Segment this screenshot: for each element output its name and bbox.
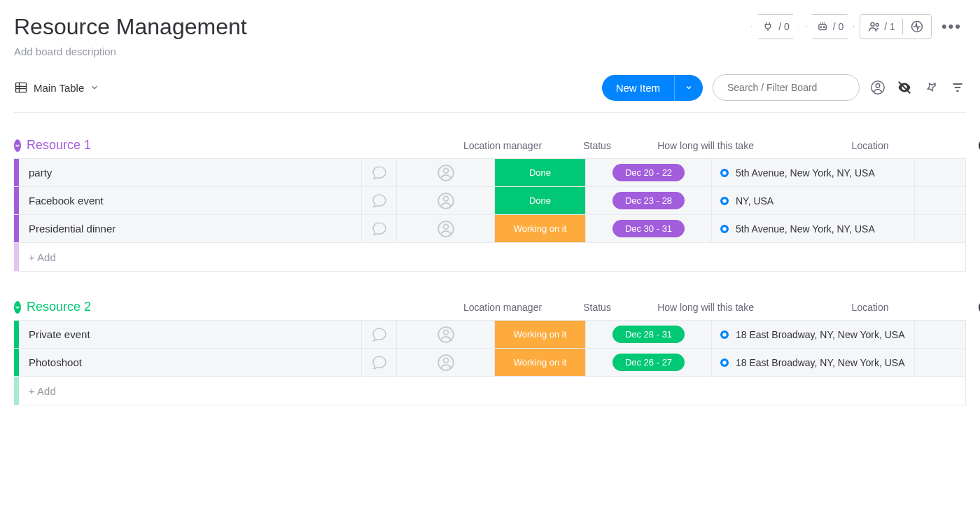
person-icon xyxy=(437,354,455,372)
column-header-timeline[interactable]: How long will this take xyxy=(643,140,769,151)
board-title[interactable]: Resource Management xyxy=(14,14,751,40)
new-item-button[interactable]: New Item xyxy=(602,75,703,101)
location-cell[interactable]: 18 East Broadway, NY, New York, USA xyxy=(712,349,915,376)
location-text: 18 East Broadway, NY, New York, USA xyxy=(736,357,905,368)
timeline-cell[interactable]: Dec 28 - 31 xyxy=(586,321,712,348)
column-header-location[interactable]: Location xyxy=(769,302,972,313)
column-header-status[interactable]: Status xyxy=(552,302,643,313)
group-collapse-toggle[interactable] xyxy=(14,301,21,314)
location-cell[interactable]: 5th Avenue, New York, NY, USA xyxy=(712,215,915,242)
location-text: 5th Avenue, New York, NY, USA xyxy=(736,223,875,235)
location-manager-cell[interactable] xyxy=(397,321,495,348)
row-color-bar xyxy=(14,321,19,348)
column-header-status[interactable]: Status xyxy=(552,140,643,151)
row-color-bar xyxy=(14,215,19,242)
members-count: / 1 xyxy=(884,21,895,32)
more-menu-button[interactable]: ••• xyxy=(937,18,966,36)
person-filter-button[interactable] xyxy=(869,79,886,96)
badge-count: / 0 xyxy=(833,21,844,32)
pin-button[interactable] xyxy=(923,79,939,96)
status-cell[interactable]: Working on it xyxy=(495,321,586,348)
badge-count: / 0 xyxy=(778,21,790,32)
location-text: 18 East Broadway, NY, New York, USA xyxy=(736,329,905,340)
integrations-badge[interactable]: / 0 xyxy=(751,14,800,39)
svg-point-8 xyxy=(876,84,880,88)
location-manager-cell[interactable] xyxy=(397,349,495,376)
timeline-cell[interactable]: Dec 20 - 22 xyxy=(586,159,712,186)
group-title[interactable]: Resource 2 xyxy=(27,300,91,314)
timeline-cell[interactable]: Dec 30 - 31 xyxy=(586,215,712,242)
conversation-button[interactable] xyxy=(362,159,397,186)
table-row[interactable]: Presidential dinner Working on it Dec 30… xyxy=(14,215,965,243)
column-header-timeline[interactable]: How long will this take xyxy=(643,302,769,313)
group-collapse-toggle[interactable] xyxy=(14,139,21,152)
svg-point-3 xyxy=(871,22,874,26)
timeline-cell[interactable]: Dec 23 - 28 xyxy=(586,187,712,214)
board-description[interactable]: Add board description xyxy=(14,46,751,57)
column-header-manager[interactable]: Location manager xyxy=(454,302,552,313)
filter-button[interactable] xyxy=(949,79,966,96)
location-manager-cell[interactable] xyxy=(397,215,495,242)
search-input[interactable] xyxy=(713,74,860,101)
row-end-spacer xyxy=(915,215,943,242)
svg-point-1 xyxy=(820,27,822,28)
group-title[interactable]: Resource 1 xyxy=(27,138,91,153)
person-icon xyxy=(437,220,455,238)
new-item-dropdown[interactable] xyxy=(674,75,703,101)
location-pin-icon xyxy=(719,223,730,235)
location-cell[interactable]: 18 East Broadway, NY, New York, USA xyxy=(712,321,915,348)
conversation-button[interactable] xyxy=(362,321,397,348)
location-manager-cell[interactable] xyxy=(397,159,495,186)
svg-rect-6 xyxy=(16,83,27,92)
row-color-bar xyxy=(14,377,19,405)
person-icon xyxy=(870,80,886,95)
row-color-bar xyxy=(14,243,19,271)
item-name-cell[interactable]: Private event xyxy=(19,321,362,348)
column-header-manager[interactable]: Location manager xyxy=(454,140,552,151)
divider xyxy=(902,19,903,34)
view-selector[interactable]: Main Table xyxy=(14,81,99,95)
chat-icon xyxy=(371,326,388,343)
timeline-cell[interactable]: Dec 26 - 27 xyxy=(586,349,712,376)
column-header-location[interactable]: Location xyxy=(769,140,972,151)
automations-badge[interactable]: / 0 xyxy=(806,14,855,39)
add-item-row[interactable]: + Add xyxy=(14,243,965,271)
row-color-bar xyxy=(14,159,19,186)
person-icon xyxy=(437,192,455,210)
svg-point-4 xyxy=(876,24,878,27)
add-item-label[interactable]: + Add xyxy=(19,377,965,405)
location-cell[interactable]: NY, USA xyxy=(712,187,915,214)
members-button[interactable]: / 1 xyxy=(867,20,895,34)
conversation-button[interactable] xyxy=(362,349,397,376)
status-cell[interactable]: Done xyxy=(495,187,586,214)
item-name-cell[interactable]: Photoshoot xyxy=(19,349,362,376)
add-item-label[interactable]: + Add xyxy=(19,243,965,271)
item-name-cell[interactable]: party xyxy=(19,159,362,186)
hide-columns-button[interactable] xyxy=(896,79,913,96)
status-cell[interactable]: Working on it xyxy=(495,215,586,242)
timeline-pill: Dec 23 - 28 xyxy=(612,192,685,209)
location-cell[interactable]: 5th Avenue, New York, NY, USA xyxy=(712,159,915,186)
table-row[interactable]: Facebook event Done Dec 23 - 28 NY, USA xyxy=(14,187,965,215)
location-pin-icon xyxy=(719,195,730,207)
location-manager-cell[interactable] xyxy=(397,187,495,214)
table-row[interactable]: Private event Working on it Dec 28 - 31 … xyxy=(14,321,965,349)
activity-button[interactable] xyxy=(910,20,924,34)
table-row[interactable]: party Done Dec 20 - 22 5th Avenue, New Y… xyxy=(14,159,965,187)
chevron-down-icon xyxy=(14,304,21,311)
chat-icon xyxy=(371,193,388,209)
status-cell[interactable]: Working on it xyxy=(495,349,586,376)
row-end-spacer xyxy=(915,187,943,214)
item-name-cell[interactable]: Presidential dinner xyxy=(19,215,362,242)
status-cell[interactable]: Done xyxy=(495,159,586,186)
table-row[interactable]: Photoshoot Working on it Dec 26 - 27 18 … xyxy=(14,349,965,377)
add-item-row[interactable]: + Add xyxy=(14,377,965,405)
row-end-spacer xyxy=(915,321,943,348)
conversation-button[interactable] xyxy=(362,215,397,242)
item-name-cell[interactable]: Facebook event xyxy=(19,187,362,214)
row-end-spacer xyxy=(915,349,943,376)
chat-icon xyxy=(371,165,388,181)
chat-icon xyxy=(371,354,388,371)
conversation-button[interactable] xyxy=(362,187,397,214)
row-end-spacer xyxy=(915,159,943,186)
